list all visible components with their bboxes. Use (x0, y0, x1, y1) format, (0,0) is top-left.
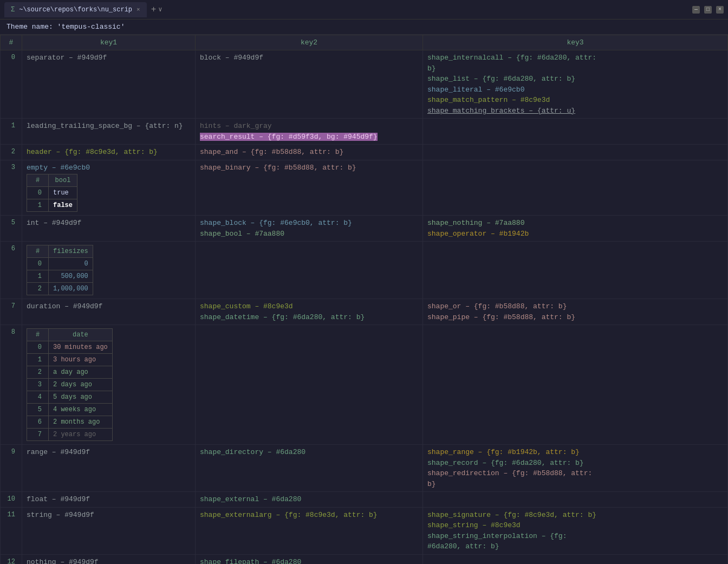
row-11-col3-interp: shape_string_interpolation – {fg: (427, 532, 567, 540)
tab-close-button[interactable]: × (136, 7, 140, 13)
col-header-key2: key2 (196, 35, 423, 50)
inner-date-6: 2 months ago (49, 416, 113, 429)
row-0-col3-line2: b} (427, 64, 436, 73)
row-3-col1-empty: empty – #6e9cb0 (27, 164, 90, 172)
table-row: 3 empty – #6e9cb0 # bool 0 true 1 false (1, 160, 728, 216)
row-8-col2 (196, 325, 423, 445)
tab-area: Σ ~\source\repos\forks\nu_scrip × + ∨ (4, 2, 692, 17)
tab-chevron-button[interactable]: ∨ (158, 5, 162, 14)
inner-col-hash: # (27, 245, 49, 258)
row-1-col2-hints: hints – dark_gray (200, 122, 272, 130)
row-3-col1: empty – #6e9cb0 # bool 0 true 1 false (22, 160, 196, 216)
inner-col-hash: # (27, 174, 49, 187)
inner-col-filesizes: filesizes (49, 245, 93, 258)
inner-date-4: 5 days ago (49, 391, 113, 404)
row-11-col3-str: shape_string – #8c9e3d (427, 521, 521, 529)
row-5-col2-bool: shape_bool – #7aa880 (200, 230, 284, 238)
row-index-6: 6 (1, 242, 22, 299)
table-row: 1 leading_trailing_space_bg – {attr: n} … (1, 119, 728, 145)
row-0-col2: block – #949d9f (196, 50, 423, 119)
table-row: 11 string – #949d9f shape_externalarg – … (1, 507, 728, 554)
row-0-col3-line3: shape_list – {fg: #6da280, attr: b} (427, 75, 575, 83)
inner-val-true: true (49, 187, 77, 199)
row-2-col3 (423, 145, 728, 160)
table-row: 12 nothing – #949d9f shape_filepath – #6… (1, 554, 728, 564)
active-tab[interactable]: Σ ~\source\repos\forks\nu_scrip × (4, 2, 147, 17)
row-6-col3 (423, 242, 728, 299)
row-6-col1: # filesizes 0 0 1 500,000 2 1,000,000 (22, 242, 196, 299)
row-9-col1-range: range – #949d9f (27, 448, 90, 456)
row-11-col2-externalarg: shape_externalarg – {fg: #8c9e3d, attr: … (200, 511, 378, 519)
inner-table-row: 0 30 minutes ago (27, 341, 113, 354)
row-5-col3: shape_nothing – #7aa880 shape_operator –… (423, 216, 728, 242)
row-7-col1-duration: duration – #949d9f (27, 302, 102, 310)
row-9-col3-redirection-b: b} (427, 480, 436, 488)
inner-idx-4: 4 (27, 391, 49, 404)
maximize-button[interactable]: □ (704, 6, 712, 14)
row-11-col3-interp-b: #6da280, attr: b} (427, 542, 499, 550)
row-1-col2: hints – dark_gray search_result – {fg: #… (196, 119, 423, 145)
inner-idx-1: 1 (27, 270, 49, 283)
row-5-col1-int: int – #949d9f (27, 219, 81, 227)
tab-label: ~\source\repos\forks\nu_scrip (19, 6, 132, 14)
inner-idx-2: 2 (27, 366, 49, 379)
row-2-col2-text: shape_and – {fg: #b58d88, attr: b} (200, 148, 343, 156)
inner-val-0: 0 (49, 258, 93, 270)
minimize-button[interactable]: — (692, 6, 700, 14)
row-1-col1-text: leading_trailing_space_bg – {attr: n} (27, 122, 183, 130)
row-index-1: 1 (1, 119, 22, 145)
row-2-col2: shape_and – {fg: #b58d88, attr: b} (196, 145, 423, 160)
inner-table-row: 4 5 days ago (27, 391, 113, 404)
row-9-col3-range: shape_range – {fg: #b1942b, attr: b} (427, 448, 580, 456)
inner-table-row: 7 2 years ago (27, 429, 113, 441)
row-0-col3-line6: shape_matching_brackets – {attr: u} (427, 107, 575, 115)
inner-table-header: # bool (27, 174, 77, 187)
row-12-col2-filepath: shape_filepath – #6da280 (200, 558, 301, 565)
row-10-col2-external: shape_external – #6da280 (200, 495, 301, 503)
row-0-col3-line5: shape_match_pattern – #8c9e3d (427, 96, 550, 104)
row-12-col3 (423, 554, 728, 564)
inner-col-hash: # (27, 329, 49, 341)
inner-idx-1: 1 (27, 199, 49, 212)
close-window-button[interactable]: × (716, 6, 724, 14)
inner-col-bool: bool (49, 174, 77, 187)
row-9-col3: shape_range – {fg: #b1942b, attr: b} sha… (423, 445, 728, 492)
col-header-key3: key3 (423, 35, 728, 50)
tab-icon: Σ (11, 6, 15, 14)
row-5-col3-operator: shape_operator – #b1942b (427, 230, 529, 238)
row-5-col2-block: shape_block – {fg: #6e9cb0, attr: b} (200, 219, 352, 227)
row-0-col3-line1: shape_internalcall – {fg: #6da280, attr: (427, 54, 596, 62)
row-7-col2-datetime: shape_datetime – {fg: #6da280, attr: b} (200, 313, 365, 321)
theme-name-text: Theme name: 'tempus-classic' (6, 23, 125, 31)
col-header-key1: key1 (22, 35, 196, 50)
row-11-col3-sig: shape_signature – {fg: #8c9e3d, attr: b} (427, 511, 596, 519)
row-10-col3 (423, 492, 728, 508)
inner-idx-2: 2 (27, 283, 49, 295)
row-10-col2: shape_external – #6da280 (196, 492, 423, 508)
table-row: 10 float – #949d9f shape_external – #6da… (1, 492, 728, 508)
inner-date-table: # date 0 30 minutes ago 1 3 hours ago 2 … (27, 328, 113, 441)
inner-table-row: 1 3 hours ago (27, 354, 113, 366)
row-11-col1-string: string – #949d9f (27, 511, 94, 519)
row-11-col3: shape_signature – {fg: #8c9e3d, attr: b}… (423, 507, 728, 554)
inner-idx-6: 6 (27, 416, 49, 429)
row-3-col2-text: shape_binary – {fg: #b58d88, attr: b} (200, 164, 356, 172)
row-9-col3-record: shape_record – {fg: #6da280, attr: b} (427, 459, 584, 467)
inner-idx-5: 5 (27, 404, 49, 416)
row-6-col2 (196, 242, 423, 299)
table-header-row: # key1 key2 key3 (1, 35, 728, 50)
table-row: 2 header – {fg: #8c9e3d, attr: b} shape_… (1, 145, 728, 160)
inner-table-row: 5 4 weeks ago (27, 404, 113, 416)
row-index-5: 5 (1, 216, 22, 242)
row-index-7: 7 (1, 299, 22, 325)
row-11-col1: string – #949d9f (22, 507, 196, 554)
new-tab-button[interactable]: + (151, 5, 157, 15)
row-0-col3: shape_internalcall – {fg: #6da280, attr:… (423, 50, 728, 119)
inner-idx-7: 7 (27, 429, 49, 441)
row-5-col2: shape_block – {fg: #6e9cb0, attr: b} sha… (196, 216, 423, 242)
row-3-col3 (423, 160, 728, 216)
row-9-col2-directory: shape_directory – #6da280 (200, 448, 306, 456)
inner-idx-1: 1 (27, 354, 49, 366)
inner-filesizes-table: # filesizes 0 0 1 500,000 2 1,000,000 (27, 245, 93, 295)
main-data-table: # key1 key2 key3 0 separator – #949d9f b… (0, 35, 728, 564)
